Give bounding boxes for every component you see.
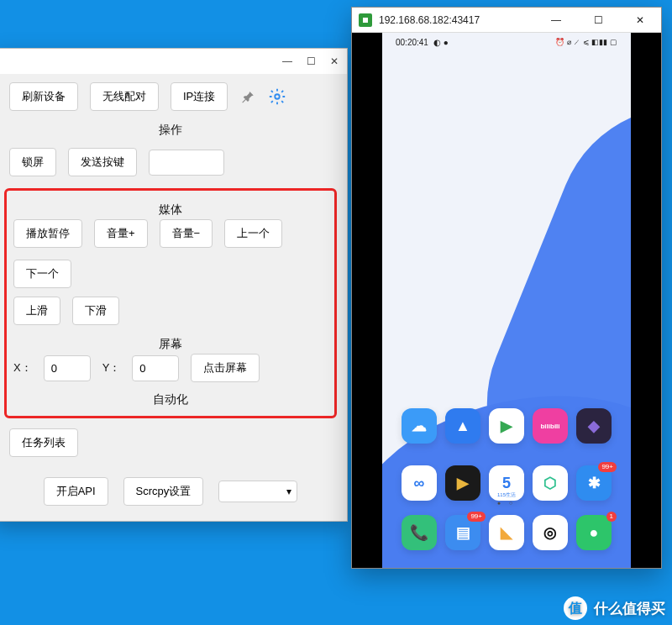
wechat-icon[interactable]: ●1 <box>576 515 612 550</box>
badge: 99+ <box>598 462 617 472</box>
camera-icon[interactable]: ◎ <box>533 515 568 550</box>
obsidian-icon[interactable]: ◆ <box>576 408 612 444</box>
scrcpy-title: 192.168.68.182:43417 <box>379 14 480 26</box>
panel-body: 刷新设备 无线配对 IP连接 操作 锁屏 发送按键 媒体 播放暂停 <box>0 74 347 521</box>
send-key-button[interactable]: 发送按键 <box>68 148 137 176</box>
highlighted-section: 媒体 播放暂停 音量+ 音量− 上一个 下一个 上滑 下滑 屏幕 X： Y： 点… <box>4 188 337 418</box>
lock-screen-button[interactable]: 锁屏 <box>9 148 56 176</box>
phone-statusbar: 00:20:41 ◐ ● ⏰ ⌀ ⟋ ⩽ ◧▮▮ ▢ <box>382 33 631 51</box>
swipe-up-button[interactable]: 上滑 <box>13 297 60 325</box>
scrcpy-content: 00:20:41 ◐ ● ⏰ ⌀ ⟋ ⩽ ◧▮▮ ▢ ☁▲▶bilibili◆∞… <box>352 33 661 568</box>
wallpaper-wave-top <box>449 69 631 568</box>
scrcpy-titlebar: 192.168.68.182:43417 — ☐ ✕ <box>352 8 661 33</box>
page-indicator-dots: ● ○ <box>382 500 631 506</box>
section-media-title: 媒体 <box>13 199 328 219</box>
volume-up-button[interactable]: 音量+ <box>94 219 148 248</box>
phone-screen[interactable]: 00:20:41 ◐ ● ⏰ ⌀ ⟋ ⩽ ◧▮▮ ▢ ☁▲▶bilibili◆∞… <box>382 33 631 568</box>
scrcpy-maximize-button[interactable]: ☐ <box>580 8 616 32</box>
scrcpy-minimize-button[interactable]: — <box>538 8 574 32</box>
x-label: X： <box>13 360 32 376</box>
app-sublabel: 115生活 <box>489 491 524 499</box>
media-row-1: 播放暂停 音量+ 音量− 上一个 下一个 <box>13 219 328 288</box>
close-button[interactable]: ✕ <box>328 55 340 67</box>
wallpaper-wave-bottom <box>382 365 631 568</box>
scrcpy-close-button[interactable]: ✕ <box>622 8 658 32</box>
minimize-button[interactable]: — <box>281 55 293 67</box>
send-key-input[interactable] <box>149 150 224 176</box>
bilibili-icon[interactable]: bilibili <box>533 408 568 444</box>
watermark: 值 什么值得买 <box>564 596 665 620</box>
gallery-icon[interactable]: ◣ <box>489 515 524 550</box>
open-api-button[interactable]: 开启API <box>44 477 108 506</box>
statusbar-right-icons: ⏰ ⌀ ⟋ ⩽ ◧▮▮ ▢ <box>555 38 617 46</box>
app-grid: ☁▲▶bilibili◆∞▶5115生活⬡✱99+ <box>382 408 631 501</box>
cloud-icon[interactable]: ▲ <box>445 408 480 444</box>
phone-icon[interactable]: 📞 <box>402 515 437 550</box>
scrcpy-app-icon <box>359 13 372 27</box>
panel-titlebar: — ☐ ✕ <box>0 49 347 74</box>
statusbar-notif-dot: ◐ ● <box>433 38 449 47</box>
baidu-disk-icon[interactable]: ∞ <box>402 465 437 501</box>
chevron-down-icon: ▾ <box>286 486 291 497</box>
operations-row: 锁屏 发送按键 <box>9 148 332 176</box>
task-list-button[interactable]: 任务列表 <box>9 428 78 457</box>
swipe-down-button[interactable]: 下滑 <box>72 297 119 325</box>
wireless-pair-button[interactable]: 无线配对 <box>90 82 159 111</box>
maximize-button[interactable]: ☐ <box>305 55 317 67</box>
watermark-text: 什么值得买 <box>594 599 665 618</box>
section-operations-title: 操作 <box>9 119 332 139</box>
messages-icon[interactable]: ▤99+ <box>445 515 480 550</box>
refresh-devices-button[interactable]: 刷新设备 <box>9 82 78 111</box>
tap-screen-button[interactable]: 点击屏幕 <box>191 354 260 382</box>
automation-row: 任务列表 <box>9 428 332 457</box>
badge: 99+ <box>467 512 486 522</box>
next-button[interactable]: 下一个 <box>13 260 71 288</box>
volume-down-button[interactable]: 音量− <box>160 219 213 248</box>
section-screen-title: 屏幕 <box>13 334 328 354</box>
x-input[interactable] <box>44 355 91 381</box>
badge: 1 <box>606 512 617 522</box>
section-automation-title: 自动化 <box>13 389 328 409</box>
statusbar-time: 00:20:41 <box>396 38 428 47</box>
footer-dropdown[interactable]: ▾ <box>218 481 297 502</box>
screen-row: X： Y： 点击屏幕 <box>13 354 328 382</box>
plex-icon[interactable]: ▶ <box>445 465 480 501</box>
play-store-icon[interactable]: ▶ <box>489 408 524 444</box>
media-row-2: 上滑 下滑 <box>13 297 328 325</box>
scrcpy-settings-button[interactable]: Scrcpy设置 <box>123 477 204 506</box>
y-label: Y： <box>102 360 121 376</box>
footer-row: 开启API Scrcpy设置 ▾ <box>9 477 332 506</box>
y-input[interactable] <box>132 355 179 381</box>
gear-icon[interactable] <box>268 87 286 106</box>
dock: 📞▤99+◣◎●1 <box>382 511 631 554</box>
weather-icon[interactable]: ☁ <box>402 408 437 444</box>
scrcpy-window: 192.168.68.182:43417 — ☐ ✕ 00:20:41 ◐ ● … <box>351 7 662 569</box>
play-pause-button[interactable]: 播放暂停 <box>13 219 82 248</box>
prev-button[interactable]: 上一个 <box>224 219 282 248</box>
control-panel-window: — ☐ ✕ 刷新设备 无线配对 IP连接 操作 锁屏 发送按键 <box>0 48 348 522</box>
115-icon[interactable]: 5115生活 <box>489 465 524 501</box>
shield-icon[interactable]: ⬡ <box>533 465 568 501</box>
top-button-row: 刷新设备 无线配对 IP连接 <box>9 82 332 111</box>
svg-rect-2 <box>363 18 368 23</box>
ip-connect-button[interactable]: IP连接 <box>171 82 228 111</box>
star-app-icon[interactable]: ✱99+ <box>576 465 612 501</box>
svg-point-0 <box>276 94 281 99</box>
pin-icon[interactable] <box>239 88 256 105</box>
watermark-badge: 值 <box>564 596 587 620</box>
